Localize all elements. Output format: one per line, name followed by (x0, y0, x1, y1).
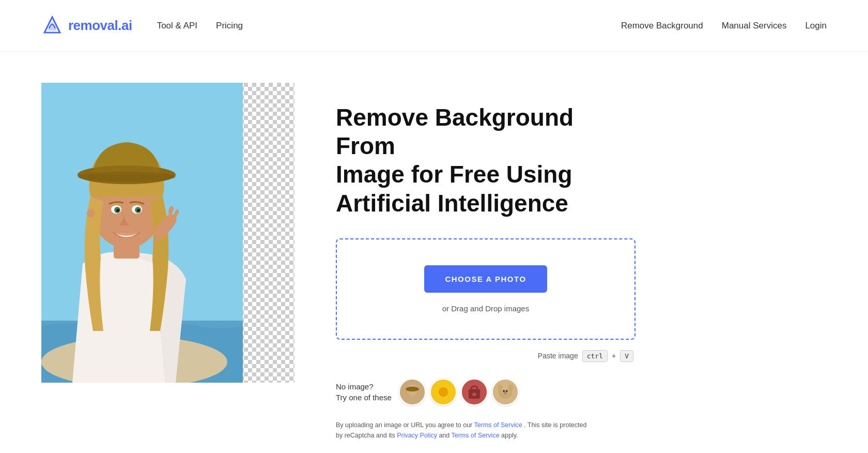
right-nav: Remove Background Manual Services Login (621, 21, 827, 31)
plus-sign: + (612, 352, 616, 360)
hero-image-wrapper (41, 83, 295, 383)
logo-text: removal.ai (68, 18, 132, 34)
svg-point-28 (508, 384, 513, 392)
paste-label: Paste image (538, 352, 578, 360)
sample-row: No image?Try one of these (336, 379, 636, 405)
sample-thumbs (399, 379, 519, 405)
main-heading: Remove Background From Image for Free Us… (336, 103, 636, 218)
nav-remove-background[interactable]: Remove Background (621, 21, 703, 31)
hero-image-container (41, 83, 295, 383)
upload-dropzone[interactable]: CHOOSE A PHOTO or Drag and Drop images (336, 238, 636, 340)
privacy-link[interactable]: Privacy Policy (397, 432, 437, 439)
svg-point-20 (439, 387, 448, 397)
svg-point-27 (498, 384, 502, 392)
svg-point-12 (116, 209, 119, 212)
no-image-text: No image?Try one of these (336, 381, 392, 403)
svg-rect-15 (243, 83, 295, 383)
svg-point-7 (78, 172, 176, 182)
header: removal.ai Tool & API Pricing Remove Bac… (0, 0, 868, 52)
kbd-ctrl: ctrl (582, 350, 608, 362)
hero-image (41, 83, 295, 383)
kbd-v: V (620, 350, 633, 362)
header-left: removal.ai Tool & API Pricing (41, 15, 243, 37)
nav-login[interactable]: Login (805, 21, 827, 31)
choose-photo-button[interactable]: CHOOSE A PHOTO (424, 265, 547, 293)
drag-drop-text: or Drag and Drop images (352, 304, 619, 313)
svg-rect-23 (472, 393, 476, 396)
main-content: Remove Background From Image for Free Us… (0, 52, 868, 441)
nav-manual-services[interactable]: Manual Services (722, 21, 787, 31)
svg-point-14 (87, 209, 95, 217)
svg-point-13 (137, 209, 140, 212)
sample-thumb-dog[interactable] (492, 379, 519, 405)
svg-point-31 (503, 391, 507, 395)
sample-thumb-bag[interactable] (461, 379, 488, 405)
nav-tool-api[interactable]: Tool & API (157, 21, 197, 31)
logo-link[interactable]: removal.ai (41, 15, 132, 37)
tos1-link[interactable]: Terms of Service (474, 421, 522, 429)
svg-point-18 (406, 387, 419, 391)
left-nav: Tool & API Pricing (157, 21, 243, 31)
sample-thumb-yellow[interactable] (430, 379, 457, 405)
tos2-link[interactable]: Terms of Service (452, 432, 500, 439)
sample-thumb-person[interactable] (399, 379, 426, 405)
nav-pricing[interactable]: Pricing (216, 21, 243, 31)
legal-text: By uploading an image or URL you agree t… (336, 420, 589, 441)
paste-row: Paste image ctrl + V (336, 350, 636, 362)
right-content: Remove Background From Image for Free Us… (336, 83, 636, 441)
logo-icon (41, 15, 63, 37)
